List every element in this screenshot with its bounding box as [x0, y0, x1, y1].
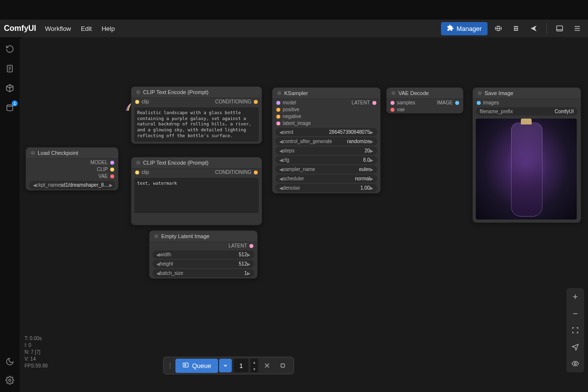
output-model[interactable]: MODEL [90, 160, 114, 165]
queue-bar: ⋮ Queue 1 ▲ ▼ [163, 357, 294, 374]
prompt-text[interactable]: Realistic landscape with a glass bottle … [134, 107, 259, 142]
output-conditioning[interactable]: CONDITIONING [215, 99, 258, 104]
node-header[interactable]: VAE Decode [387, 88, 463, 99]
models-icon[interactable]: 1 [4, 102, 16, 114]
node-header[interactable]: CLIP Text Encode (Prompt) [131, 87, 262, 98]
widget-height[interactable]: ◀height512▶ [152, 260, 254, 268]
node-empty-latent[interactable]: Empty Latent Image LATENT ◀width512▶ ◀he… [149, 230, 258, 279]
fit-icon[interactable] [569, 324, 581, 336]
svg-point-3 [516, 28, 517, 29]
widget-cfg[interactable]: ◀cfg8.0▶ [275, 156, 377, 164]
widget-sampler-name[interactable]: ◀sampler_nameeuler▶ [275, 165, 377, 173]
node-clip-negative[interactable]: CLIP Text Encode (Prompt) clip CONDITION… [131, 157, 262, 225]
bell-icon[interactable] [509, 22, 523, 35]
output-image[interactable]: IMAGE [437, 100, 459, 105]
stat-n: N: 7 [7] [24, 349, 48, 356]
history-icon[interactable] [4, 43, 16, 55]
queue-label: Queue [192, 362, 211, 369]
queue-count[interactable]: 1 [234, 359, 248, 372]
settings-icon[interactable] [4, 374, 16, 386]
left-sidebar: 1 [0, 37, 20, 392]
badge: 1 [12, 100, 18, 106]
svg-point-1 [499, 28, 500, 29]
notes-icon[interactable] [4, 63, 16, 74]
input-clip[interactable]: clip [135, 99, 149, 104]
input-clip[interactable]: clip [135, 170, 149, 175]
output-latent[interactable]: LATENT [351, 100, 376, 105]
chevron-left-icon[interactable]: ◀ [33, 183, 36, 188]
input-images[interactable]: images [477, 100, 499, 105]
input-samples[interactable]: samples [391, 100, 415, 105]
widget-steps[interactable]: ◀steps20▶ [275, 147, 377, 155]
node-ksampler[interactable]: KSampler model positive negative latent_… [272, 87, 381, 194]
eye-icon[interactable] [569, 358, 581, 369]
top-bar: ComfyUI Workflow Edit Help Manager [0, 20, 588, 37]
svg-point-13 [9, 379, 11, 382]
drag-handle-icon[interactable]: ⋮ [167, 362, 173, 369]
input-vae[interactable]: vae [391, 107, 415, 112]
share-icon[interactable] [527, 22, 540, 35]
output-clip[interactable]: CLIP [90, 167, 114, 172]
node-save-image[interactable]: Save Image images filename_prefixComfyUI [472, 87, 581, 223]
node-header[interactable]: CLIP Text Encode (Prompt) [131, 157, 262, 169]
zoom-out-icon[interactable]: − [569, 308, 581, 319]
manager-label: Manager [457, 25, 482, 32]
layout-icon[interactable] [553, 22, 566, 35]
theme-icon[interactable] [4, 356, 16, 368]
queue-button[interactable]: Queue [175, 359, 218, 373]
node-clip-positive[interactable]: CLIP Text Encode (Prompt) clip CONDITION… [131, 86, 262, 144]
stats-overlay: T: 0.00s I: 0 N: 7 [7] V: 14 FPS:59.88 [24, 335, 48, 369]
zoom-in-icon[interactable]: + [569, 291, 581, 303]
count-down[interactable]: ▼ [250, 366, 258, 372]
stat-i: I: 0 [24, 342, 48, 349]
output-latent[interactable]: LATENT [228, 243, 253, 248]
widget-control-after-generate[interactable]: ◀control_after_generaterandomize▶ [275, 137, 377, 146]
widget-scheduler[interactable]: ◀schedulernormal▶ [275, 174, 377, 183]
output-vae[interactable]: VAE [90, 173, 114, 179]
stat-v: V: 14 [24, 356, 48, 363]
widget-ckpt-name[interactable]: ◀ ckpt_name sd1/dreamshaper_8.... ▶ [29, 181, 115, 189]
widget-seed[interactable]: ◀seed286457390848075▶ [275, 128, 377, 136]
hamburger-icon[interactable] [570, 22, 584, 35]
puzzle-icon [447, 24, 454, 33]
node-vae-decode[interactable]: VAE Decode samples vae IMAGE [386, 87, 464, 114]
menu-help[interactable]: Help [101, 25, 115, 32]
zoom-panel: + − [566, 288, 584, 372]
node-header[interactable]: Save Image [473, 88, 581, 99]
output-image-preview[interactable] [476, 119, 577, 220]
prompt-text[interactable]: text, watermark [134, 178, 259, 213]
node-header[interactable]: KSampler [272, 88, 380, 99]
menu-edit[interactable]: Edit [81, 25, 92, 32]
locate-icon[interactable] [569, 341, 581, 353]
widget-width[interactable]: ◀width512▶ [152, 250, 254, 259]
node-load-checkpoint[interactable]: Load Checkpoint MODEL CLIP VAE ◀ ckpt_na… [25, 147, 119, 191]
run-icon [182, 362, 189, 370]
cube-icon[interactable] [4, 82, 16, 94]
widget-filename-prefix[interactable]: filename_prefixComfyUI [476, 107, 578, 116]
input-latent-image[interactable]: latent_image [276, 121, 311, 126]
menu-workflow[interactable]: Workflow [45, 25, 71, 32]
input-positive[interactable]: positive [276, 107, 311, 112]
count-up[interactable]: ▲ [250, 359, 258, 366]
widget-batch-size[interactable]: ◀batch_size1▶ [152, 269, 254, 277]
stop-icon[interactable] [276, 359, 290, 372]
node-header[interactable]: Load Checkpoint [26, 147, 118, 159]
app-logo: ComfyUI [4, 24, 36, 33]
svg-rect-17 [281, 364, 285, 368]
stat-fps: FPS:59.88 [24, 363, 48, 369]
chevron-right-icon[interactable]: ▶ [109, 183, 113, 188]
divider [546, 23, 547, 34]
input-negative[interactable]: negative [276, 114, 311, 119]
widget-denoise[interactable]: ◀denoise1.00▶ [275, 184, 377, 192]
svg-point-0 [497, 28, 498, 29]
svg-point-18 [574, 363, 576, 365]
workflow-canvas[interactable]: Load Checkpoint MODEL CLIP VAE ◀ ckpt_na… [20, 37, 588, 392]
discord-icon[interactable] [491, 22, 505, 35]
input-model[interactable]: model [276, 100, 311, 105]
output-conditioning[interactable]: CONDITIONING [215, 170, 258, 175]
queue-dropdown[interactable] [219, 359, 232, 372]
stat-t: T: 0.00s [24, 335, 48, 342]
node-header[interactable]: Empty Latent Image [149, 231, 257, 242]
manager-button[interactable]: Manager [441, 22, 488, 35]
cancel-icon[interactable] [260, 359, 274, 372]
